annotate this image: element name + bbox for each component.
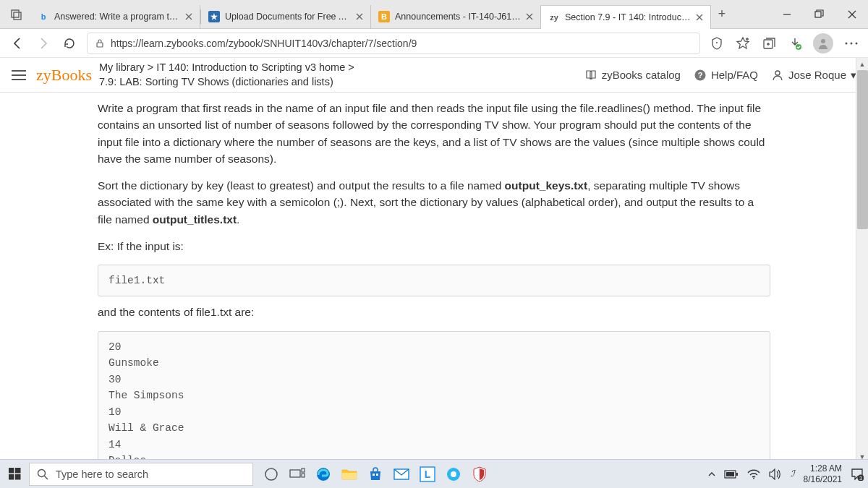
svg-rect-1 [14,12,21,20]
window-close[interactable] [835,0,868,29]
tab-actions-icon[interactable] [7,5,26,24]
favorites-icon[interactable] [735,35,751,51]
tab-close-icon[interactable] [696,14,703,21]
edge-icon[interactable] [311,462,336,487]
lock-icon [95,38,105,48]
tab-title: Upload Documents for Free Acc [225,12,351,22]
vertical-scrollbar[interactable]: ▲ ▼ [856,58,868,463]
browser-tab-strip: bAnswered: Write a program that★Upload D… [0,0,868,29]
svg-rect-29 [15,468,21,474]
tab-favicon: B [378,11,390,22]
help-link[interactable]: ? Help/FAQ [694,69,758,82]
svg-point-46 [451,471,456,477]
catalog-link[interactable]: zyBooks catalog [584,69,681,82]
tab-title: Section 7.9 - IT 140: Introduction [565,12,691,22]
svg-point-21 [856,42,858,44]
browser-tab[interactable]: bAnswered: Write a program that [30,5,200,29]
svg-text:3: 3 [859,476,862,481]
svg-line-33 [45,476,48,479]
svg-text:?: ? [698,71,703,80]
taskbar-search[interactable]: Type here to search [29,463,253,486]
svg-rect-39 [342,473,357,479]
book-icon [584,69,597,82]
downloads-icon[interactable] [787,35,803,51]
app-circle-icon[interactable] [441,462,466,487]
user-menu[interactable]: Jose Roque ▾ [771,69,856,82]
browser-tab[interactable]: ★Upload Documents for Free Acc [201,5,371,29]
language-icon[interactable]: ℐ [791,468,795,479]
tab-close-icon[interactable] [356,13,363,20]
tracking-prevention-icon[interactable] [709,35,725,51]
app-l-icon[interactable]: L [415,462,440,487]
tab-favicon: zy [548,12,560,23]
svg-rect-28 [9,468,14,474]
action-center-icon[interactable]: 3 [851,468,864,481]
tab-close-icon[interactable] [185,13,192,20]
tab-title: Announcements - IT-140-J6182 [395,12,521,22]
tab-favicon: b [38,11,49,22]
window-restore[interactable] [803,0,835,29]
svg-rect-37 [302,474,305,477]
svg-rect-11 [815,12,821,17]
svg-rect-30 [9,474,14,480]
collections-icon[interactable] [761,35,777,51]
paragraph-4: and the contents of file1.txt are: [98,304,770,320]
url-text: https://learn.zybooks.com/zybook/SNHUIT1… [111,38,417,49]
mail-icon[interactable] [389,462,414,487]
svg-rect-40 [373,474,375,476]
svg-point-20 [851,42,853,44]
profile-icon[interactable] [813,33,833,53]
svg-point-18 [821,39,825,43]
scroll-thumb[interactable] [857,70,868,229]
breadcrumb-line2: 7.9: LAB: Sorting TV Shows (dictionaries… [99,75,354,90]
browser-tab[interactable]: zySection 7.9 - IT 140: Introduction [541,5,711,29]
user-icon [771,69,784,82]
zybooks-logo[interactable]: zyBooks [36,66,92,85]
svg-rect-35 [290,470,300,477]
more-icon[interactable] [843,35,859,51]
code-block-file-contents: 20 Gunsmoke 30 The Simpsons 10 Will & Gr… [98,331,770,468]
cortana-icon[interactable] [259,462,284,487]
scroll-up-icon[interactable]: ▲ [856,58,868,70]
svg-point-32 [38,469,46,476]
tray-chevron-icon[interactable] [708,471,715,478]
svg-point-17 [796,44,801,50]
window-minimize[interactable] [770,0,803,29]
svg-point-27 [775,71,780,75]
start-button[interactable] [0,460,29,489]
file-explorer-icon[interactable] [337,462,362,487]
windows-taskbar: Type here to search L ℐ 1:28 AM 8/16/202… [0,459,868,488]
clock[interactable]: 1:28 AM 8/16/2021 [804,463,842,484]
url-input[interactable]: https://learn.zybooks.com/zybook/SNHUIT1… [87,33,700,54]
svg-point-34 [265,468,277,480]
menu-icon[interactable] [12,69,29,81]
nav-back[interactable] [9,35,26,52]
search-icon [37,468,48,480]
tab-favicon: ★ [208,11,220,22]
mcafee-icon[interactable] [467,462,492,487]
new-tab-button[interactable]: + [711,4,733,25]
volume-icon[interactable] [769,468,782,480]
nav-refresh[interactable] [61,35,78,52]
svg-point-19 [846,42,848,44]
svg-rect-14 [97,43,103,47]
svg-rect-36 [302,468,305,472]
help-icon: ? [694,69,707,82]
battery-icon[interactable] [724,470,739,479]
svg-text:L: L [425,468,431,480]
page-content: zyBooks My library > IT 140: Introductio… [0,58,868,474]
lab-content: Write a program that first reads in the … [0,93,868,468]
zybooks-header: zyBooks My library > IT 140: Introductio… [0,58,868,93]
svg-point-50 [753,477,754,479]
task-view-icon[interactable] [285,462,310,487]
browser-tab[interactable]: BAnnouncements - IT-140-J6182 [371,5,541,29]
breadcrumb-line1[interactable]: My library > IT 140: Introduction to Scr… [99,61,354,75]
wifi-icon[interactable] [747,469,760,479]
paragraph-2: Sort the dictionary by key (least to gre… [98,177,770,228]
nav-forward [35,35,52,52]
paragraph-1: Write a program that first reads in the … [98,100,770,167]
svg-rect-49 [726,472,734,476]
tab-close-icon[interactable] [526,13,533,20]
store-icon[interactable] [363,462,388,487]
svg-point-15 [716,42,718,43]
